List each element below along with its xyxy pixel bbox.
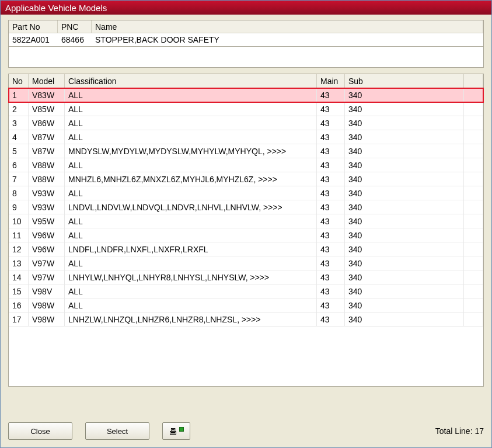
part-header-columns: Part No PNC Name bbox=[9, 20, 483, 33]
table-row[interactable]: 1V83WALL43340 bbox=[9, 88, 483, 102]
cell-main: 43 bbox=[317, 284, 345, 298]
cell-blank bbox=[464, 158, 483, 172]
cell-blank bbox=[464, 88, 483, 102]
cell-classification: ALL bbox=[65, 102, 317, 116]
cell-model: V97W bbox=[29, 256, 65, 270]
cell-blank bbox=[464, 242, 483, 256]
part-value-partno: 5822A001 bbox=[9, 33, 58, 46]
col-header-no[interactable]: No bbox=[9, 74, 29, 88]
cell-sub: 340 bbox=[345, 298, 464, 312]
col-header-name[interactable]: Name bbox=[92, 20, 483, 33]
cell-model: V95W bbox=[29, 214, 65, 228]
window-title: Applicable Vehicle Models bbox=[5, 3, 107, 13]
col-header-pnc[interactable]: PNC bbox=[58, 20, 92, 33]
cell-model: V97W bbox=[29, 270, 65, 284]
cell-blank bbox=[464, 116, 483, 130]
cell-blank bbox=[464, 172, 483, 186]
content-area: Part No PNC Name 5822A001 68466 STOPPER,… bbox=[1, 15, 491, 447]
rows-container: 1V83WALL433402V85WALL433403V86WALL433404… bbox=[9, 88, 483, 327]
table-row[interactable]: 17V98WLNHZLW,LNHZQL,LNHZR6,LNHZR8,LNHZSL… bbox=[9, 312, 483, 327]
cell-no: 1 bbox=[9, 88, 29, 102]
table-row[interactable]: 9V93WLNDVL,LNDVLW,LNDVQL,LNDVR,LNHVL,LNH… bbox=[9, 200, 483, 214]
cell-main: 43 bbox=[317, 186, 345, 200]
cell-no: 10 bbox=[9, 214, 29, 228]
col-header-main[interactable]: Main bbox=[317, 74, 345, 88]
cell-blank bbox=[464, 270, 483, 284]
col-header-classification[interactable]: Classification bbox=[65, 74, 317, 88]
cell-sub: 340 bbox=[345, 200, 464, 214]
cell-model: V88W bbox=[29, 172, 65, 186]
cell-no: 9 bbox=[9, 200, 29, 214]
table-row[interactable]: 2V85WALL43340 bbox=[9, 102, 483, 116]
cell-classification: ALL bbox=[65, 130, 317, 144]
table-row[interactable]: 16V98WALL43340 bbox=[9, 298, 483, 312]
cell-main: 43 bbox=[317, 88, 345, 102]
cell-model: V93W bbox=[29, 200, 65, 214]
cell-no: 5 bbox=[9, 144, 29, 158]
cell-sub: 340 bbox=[345, 284, 464, 298]
cell-main: 43 bbox=[317, 130, 345, 144]
cell-classification: ALL bbox=[65, 158, 317, 172]
col-header-model[interactable]: Model bbox=[29, 74, 65, 88]
vehicles-header-row: No Model Classification Main Sub bbox=[9, 74, 483, 88]
cell-classification: ALL bbox=[65, 298, 317, 312]
cell-model: V85W bbox=[29, 102, 65, 116]
table-row[interactable]: 7V88WMNHZL6,MNHZL6Z,MNXZL6Z,MYHJL6,MYHZL… bbox=[9, 172, 483, 186]
cell-blank bbox=[464, 298, 483, 312]
cell-no: 6 bbox=[9, 158, 29, 172]
select-button[interactable]: Select bbox=[85, 422, 149, 440]
table-row[interactable]: 10V95WALL43340 bbox=[9, 214, 483, 228]
close-button[interactable]: Close bbox=[8, 422, 72, 440]
cell-sub: 340 bbox=[345, 186, 464, 200]
cell-sub: 340 bbox=[345, 130, 464, 144]
part-header: Part No PNC Name 5822A001 68466 STOPPER,… bbox=[8, 20, 484, 47]
cell-classification: LNDVL,LNDVLW,LNDVQL,LNDVR,LNHVL,LNHVLW, … bbox=[65, 200, 317, 214]
cell-blank bbox=[464, 130, 483, 144]
cell-main: 43 bbox=[317, 144, 345, 158]
cell-no: 16 bbox=[9, 298, 29, 312]
cell-model: V88W bbox=[29, 158, 65, 172]
cell-main: 43 bbox=[317, 102, 345, 116]
part-value-pnc: 68466 bbox=[58, 33, 92, 46]
cell-blank bbox=[464, 102, 483, 116]
cell-sub: 340 bbox=[345, 312, 464, 326]
cell-no: 8 bbox=[9, 186, 29, 200]
cell-model: V93W bbox=[29, 186, 65, 200]
cell-blank bbox=[464, 312, 483, 326]
cell-sub: 340 bbox=[345, 256, 464, 270]
vehicles-table: No Model Classification Main Sub 1V83WAL… bbox=[8, 74, 484, 387]
cell-classification: ALL bbox=[65, 228, 317, 242]
cell-main: 43 bbox=[317, 256, 345, 270]
cell-sub: 340 bbox=[345, 214, 464, 228]
cell-model: V98W bbox=[29, 298, 65, 312]
table-row[interactable]: 12V96WLNDFL,LNDFR,LNXFL,LNXFR,LRXFL43340 bbox=[9, 242, 483, 256]
cell-sub: 340 bbox=[345, 270, 464, 284]
col-header-sub[interactable]: Sub bbox=[345, 74, 464, 88]
cell-sub: 340 bbox=[345, 102, 464, 116]
table-row[interactable]: 13V97WALL43340 bbox=[9, 256, 483, 270]
table-row[interactable]: 11V96WALL43340 bbox=[9, 228, 483, 242]
cell-classification: LNHYLW,LNHYQL,LNHYR8,LNHYSL,LNHYSLW, >>>… bbox=[65, 270, 317, 284]
cell-no: 14 bbox=[9, 270, 29, 284]
cell-sub: 340 bbox=[345, 172, 464, 186]
table-row[interactable]: 5V87WMNDYSLW,MYDYLW,MYDYSLW,MYHYLW,MYHYQ… bbox=[9, 144, 483, 158]
col-header-partno[interactable]: Part No bbox=[9, 20, 58, 33]
cell-classification: ALL bbox=[65, 256, 317, 270]
cell-classification: ALL bbox=[65, 88, 317, 102]
cell-model: V83W bbox=[29, 88, 65, 102]
table-row[interactable]: 8V93WALL43340 bbox=[9, 186, 483, 200]
cell-main: 43 bbox=[317, 312, 345, 326]
total-label: Total Line: bbox=[435, 426, 473, 436]
table-row[interactable]: 15V98VALL43340 bbox=[9, 284, 483, 298]
part-value-name: STOPPER,BACK DOOR SAFETY bbox=[92, 33, 483, 46]
table-row[interactable]: 4V87WALL43340 bbox=[9, 130, 483, 144]
print-button[interactable]: 🖶 bbox=[162, 422, 190, 440]
table-row[interactable]: 6V88WALL43340 bbox=[9, 158, 483, 172]
cell-classification: MNHZL6,MNHZL6Z,MNXZL6Z,MYHJL6,MYHZL6Z, >… bbox=[65, 172, 317, 186]
cell-model: V96W bbox=[29, 242, 65, 256]
cell-main: 43 bbox=[317, 214, 345, 228]
table-row[interactable]: 3V86WALL43340 bbox=[9, 116, 483, 130]
cell-no: 13 bbox=[9, 256, 29, 270]
cell-no: 7 bbox=[9, 172, 29, 186]
table-row[interactable]: 14V97WLNHYLW,LNHYQL,LNHYR8,LNHYSL,LNHYSL… bbox=[9, 270, 483, 284]
